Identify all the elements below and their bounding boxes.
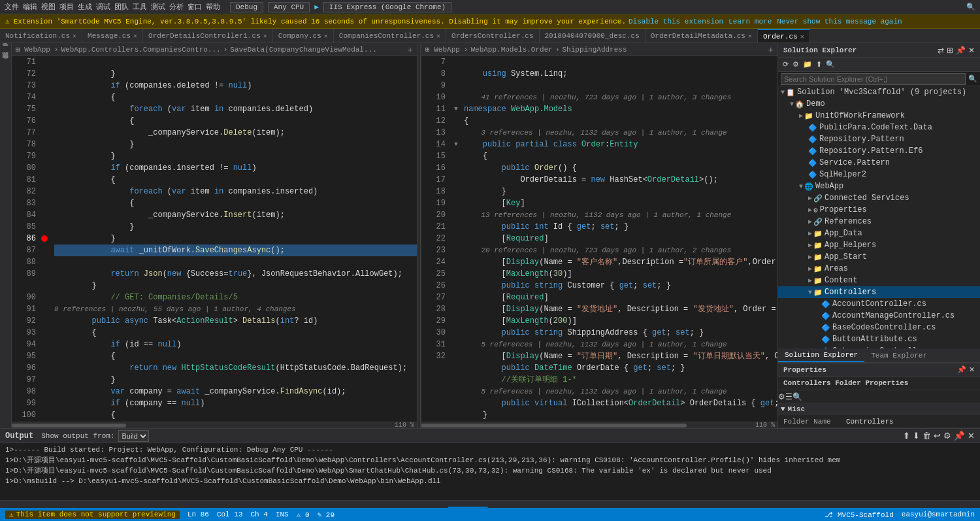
output-btn-pin[interactable]: 📌	[954, 431, 965, 441]
left-tab-label: ⊞ WebApp	[16, 45, 50, 54]
se-item-references[interactable]: ▶ 🔗 References	[778, 216, 980, 227]
menu-test[interactable]: 测试	[151, 2, 165, 12]
se-item-repopattern[interactable]: 🔷 Repository.Pattern	[778, 133, 980, 145]
tab-notification-close[interactable]: ✕	[73, 32, 76, 40]
se-item-sqlhelper[interactable]: 🔷 SqlHelper2	[778, 169, 980, 180]
tab-order-close[interactable]: ✕	[800, 33, 804, 41]
add-pane-right-button[interactable]: +	[768, 45, 774, 54]
menu-view[interactable]: 视图	[41, 2, 56, 12]
output-content[interactable]: 1>------ Build started: Project: WebApp,…	[0, 443, 980, 500]
se-btn-1[interactable]: ⇄	[938, 46, 944, 55]
prop-categorize-btn[interactable]: ☰	[785, 392, 792, 401]
se-item-connectedservices[interactable]: ▶ 🔗 Connected Services	[778, 192, 980, 204]
add-pane-button[interactable]: +	[408, 45, 413, 54]
learn-more-link[interactable]: Learn more	[728, 18, 772, 25]
se-toolbar-btn-5[interactable]: 🔍	[824, 59, 837, 69]
output-btn-2[interactable]: ⬇	[913, 431, 920, 441]
browser-select[interactable]: IIS Express (Google Chrome)	[323, 2, 451, 12]
search-toolbar[interactable]: 🔍	[966, 3, 975, 11]
output-scrollbar[interactable]	[0, 500, 980, 507]
output-source-select[interactable]: Build	[118, 430, 149, 442]
se-item-properties[interactable]: ▶ ⚙ Properties	[778, 204, 980, 216]
menu-build[interactable]: 生成	[78, 2, 92, 12]
se-search-input[interactable]	[781, 73, 966, 85]
left-code-area[interactable]: 71 72 73 74 75 76 77 78 79 80 81 82 83 8…	[12, 56, 417, 422]
se-toolbar-btn-1[interactable]: ⟳	[781, 59, 791, 69]
se-item-publicpara[interactable]: 🔷 PublicPara.CodeText.Data	[778, 122, 980, 133]
left-code-pane: ⊞ WebApp › WebApp.Controllers.CompaniesC…	[12, 43, 417, 428]
se-item-demo[interactable]: ▼ 🏠 Demo	[778, 98, 980, 110]
output-btn-1[interactable]: ⬆	[903, 431, 910, 441]
tab-orderdetailmeta[interactable]: OrderDetailMetadata.cs ✕	[645, 29, 758, 42]
never-show-link[interactable]: Never show this message again	[777, 18, 902, 25]
se-item-appdata[interactable]: ▶ 📁 App_Data	[778, 227, 980, 239]
tab-orderdetailmeta-close[interactable]: ✕	[748, 32, 752, 40]
se-item-webapp[interactable]: ▼ 🌐 WebApp	[778, 180, 980, 192]
se-item-buttonattr[interactable]: 🔷 ButtonAttribute.cs	[778, 333, 980, 345]
menu-team[interactable]: 团队	[114, 2, 129, 12]
left-scrollbar-h[interactable]: 110 %	[12, 422, 417, 428]
debug-mode[interactable]: Debug	[230, 2, 263, 12]
se-item-unitofwork[interactable]: ▶ 📁 UnitOfWorkFramework	[778, 110, 980, 122]
prop-sort-btn[interactable]: ⚙	[778, 392, 785, 401]
se-item-basecodes[interactable]: 🔷 BaseCodesController.cs	[778, 322, 980, 333]
appstart-arrow: ▶	[808, 253, 812, 261]
right-code-area[interactable]: 7 8 9 10 11 12 13 14 15 16 17 18 19 20 2…	[421, 56, 777, 422]
menu-tools[interactable]: 工具	[133, 2, 147, 12]
se-search: 🔍	[778, 72, 980, 86]
se-tab-team[interactable]: Team Explorer	[864, 348, 934, 362]
menu-help[interactable]: 帮助	[206, 2, 220, 12]
menu-analyze[interactable]: 分析	[169, 2, 184, 12]
se-tab-solution[interactable]: Solution Explorer	[778, 348, 864, 362]
se-item-accountcontroller[interactable]: 🔷 AccountController.cs	[778, 298, 980, 310]
tab-orderscontroller[interactable]: OrdersController.cs	[446, 29, 539, 42]
menu-file[interactable]: 文件	[5, 2, 19, 12]
se-btn-close[interactable]: ✕	[968, 46, 975, 55]
menu-window[interactable]: 窗口	[188, 2, 202, 12]
se-item-controllers[interactable]: ▼ 📁 Controllers	[778, 286, 980, 298]
left-code-content[interactable]: } if (companies.deleted != null) { forea…	[52, 56, 417, 422]
tab-message[interactable]: Message.cs ✕	[82, 29, 143, 42]
tab-companiescontroller[interactable]: CompaniesController.cs ✕	[334, 29, 446, 42]
menu-project[interactable]: 项目	[59, 2, 74, 12]
se-toolbar-btn-4[interactable]: ⬆	[814, 59, 824, 69]
cpu-mode[interactable]: Any CPU	[268, 2, 310, 12]
se-toolbar-btn-2[interactable]: ⚙	[791, 59, 801, 69]
output-btn-wrap[interactable]: ↩	[934, 431, 941, 441]
se-item-appstart[interactable]: ▶ 📁 App_Start	[778, 251, 980, 263]
tab-orderdetails-close[interactable]: ✕	[263, 32, 267, 40]
right-code-content[interactable]: using System.Linq; 41 references | neozh…	[461, 56, 777, 422]
prop-btn-pin[interactable]: 📌	[957, 365, 966, 374]
se-tabs: Solution Explorer Team Explorer	[778, 348, 980, 363]
tab-migration[interactable]: 20180404070900_desc.cs	[540, 29, 645, 42]
se-item-content[interactable]: ▶ 📁 Content	[778, 275, 980, 286]
se-item-apphelpers[interactable]: ▶ 📁 App_Helpers	[778, 239, 980, 251]
prop-btn-close[interactable]: ✕	[969, 365, 975, 374]
disable-extension-link[interactable]: Disable this extension	[629, 18, 723, 25]
menu-debug[interactable]: 调试	[96, 2, 110, 12]
menu-edit[interactable]: 编辑	[23, 2, 37, 12]
se-item-accountmanage[interactable]: 🔷 AccountManageController.cs	[778, 310, 980, 322]
tab-company[interactable]: Company.cs ✕	[273, 29, 334, 42]
tab-company-close[interactable]: ✕	[324, 32, 328, 40]
se-item-areas[interactable]: ▶ 📁 Areas	[778, 263, 980, 275]
tab-companiescontroller-close[interactable]: ✕	[436, 32, 440, 40]
se-btn-2[interactable]: ⊞	[947, 46, 953, 55]
se-btn-pin[interactable]: 📌	[956, 46, 966, 55]
tab-order[interactable]: Order.cs ✕	[758, 29, 810, 42]
se-item-solution[interactable]: ▼ 📋 Solution 'Mvc3Scaffold' (9 projects)	[778, 86, 980, 98]
output-header: Output Show output from: Build ⬆ ⬇ 🗑 ↩ ⚙…	[0, 429, 980, 443]
tab-orderdetails[interactable]: OrderDetailsController1.cs ✕	[143, 29, 273, 42]
se-toolbar-btn-3[interactable]: 📁	[801, 59, 814, 69]
run-button[interactable]: ▶	[314, 3, 319, 11]
se-item-servicepattern[interactable]: 🔷 Service.Pattern	[778, 157, 980, 169]
status-branch[interactable]: ⎇ MVC5-Scaffold	[825, 511, 893, 519]
tab-notification[interactable]: Notification.cs ✕	[0, 29, 82, 42]
output-btn-settings[interactable]: ⚙	[943, 431, 951, 441]
se-item-repopatternef6[interactable]: 🔷 Repository.Pattern.Ef6	[778, 145, 980, 157]
tab-message-close[interactable]: ✕	[133, 32, 137, 40]
right-scrollbar-h[interactable]: 110 %	[421, 422, 777, 428]
output-btn-close[interactable]: ✕	[968, 431, 975, 441]
prop-search-btn[interactable]: 🔍	[792, 392, 802, 401]
output-btn-clear[interactable]: 🗑	[923, 431, 931, 441]
